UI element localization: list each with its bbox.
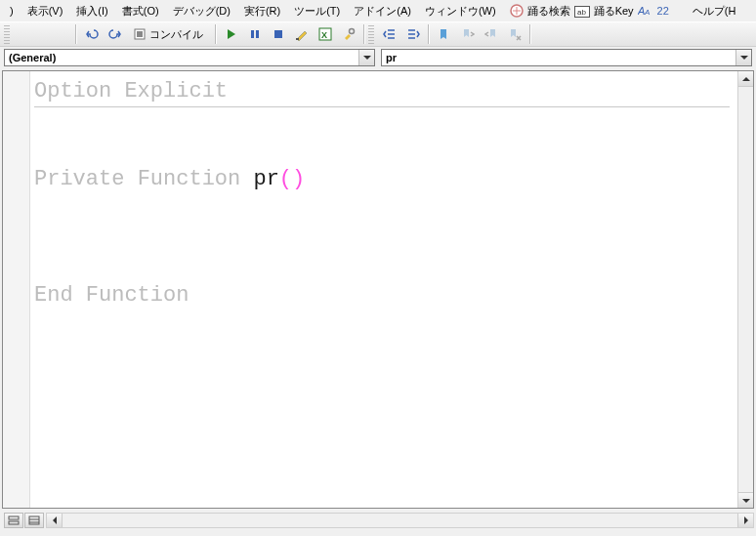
- code-text: Private: [34, 167, 124, 191]
- menu-window[interactable]: ウィンドウ(W): [419, 2, 502, 21]
- code-identifier: pr: [253, 167, 278, 191]
- search-label[interactable]: 踊る検索: [527, 4, 570, 19]
- outdent-button[interactable]: [379, 23, 400, 45]
- compile-label: コンパイル: [147, 27, 206, 42]
- svg-text:A: A: [644, 8, 650, 17]
- font-size-label[interactable]: 22: [657, 5, 669, 17]
- menu-insert[interactable]: 挿入(I): [70, 2, 113, 21]
- pause-button[interactable]: [244, 23, 266, 45]
- undo-button[interactable]: [81, 23, 103, 45]
- svg-rect-9: [274, 30, 282, 38]
- scroll-right-button[interactable]: [737, 514, 753, 527]
- play-button[interactable]: [221, 23, 242, 45]
- scope-value: (General): [9, 52, 56, 63]
- svg-text:X: X: [321, 30, 327, 40]
- svg-rect-16: [29, 516, 39, 524]
- redo-button[interactable]: [105, 23, 126, 45]
- menu-extras: 踊る検索 ab 踊るKey AA 22 ヘルプ(H: [510, 2, 742, 21]
- svg-rect-14: [9, 516, 19, 519]
- scope-dropdown[interactable]: (General): [4, 49, 375, 66]
- scroll-left-button[interactable]: [47, 514, 63, 527]
- tool-button[interactable]: [338, 23, 359, 45]
- svg-rect-6: [137, 31, 143, 37]
- code-text: Function: [138, 167, 241, 191]
- svg-rect-8: [256, 30, 259, 38]
- menu-help[interactable]: ヘルプ(H: [687, 2, 742, 21]
- toolbar-grip-2[interactable]: [368, 24, 374, 44]
- dropdown-arrow-icon[interactable]: [358, 50, 374, 65]
- svg-text:ab: ab: [577, 8, 586, 17]
- excel-button[interactable]: X: [315, 23, 336, 45]
- menu-format[interactable]: 書式(O): [116, 2, 165, 21]
- code-editor: Option Explicit Private Function pr() En…: [2, 70, 754, 509]
- menubar: ) 表示(V) 挿入(I) 書式(O) デバッグ(D) 実行(R) ツール(T)…: [0, 0, 756, 21]
- scroll-down-button[interactable]: [738, 492, 753, 508]
- menu-run[interactable]: 実行(R): [238, 2, 286, 21]
- horizontal-scrollbar[interactable]: [46, 513, 754, 528]
- menu-tools[interactable]: ツール(T): [288, 2, 346, 21]
- key-label[interactable]: 踊るKey: [594, 4, 634, 19]
- dropdown-arrow-icon[interactable]: [735, 50, 751, 65]
- compile-button[interactable]: コンパイル: [128, 23, 211, 45]
- menu-debug[interactable]: デバッグ(D): [167, 2, 236, 21]
- search-sphere-icon[interactable]: [510, 4, 524, 18]
- menu-view[interactable]: 表示(V): [21, 2, 69, 21]
- bottom-bar: [2, 511, 754, 536]
- scroll-up-button[interactable]: [738, 71, 753, 87]
- font-aa-icon[interactable]: AA: [638, 4, 653, 18]
- procedure-view-button[interactable]: [4, 513, 23, 528]
- design-mode-button[interactable]: [291, 23, 313, 45]
- vertical-scrollbar[interactable]: [737, 71, 753, 508]
- svg-rect-7: [251, 30, 254, 38]
- bookmark-toggle-button[interactable]: [434, 23, 455, 45]
- toolbar-grip[interactable]: [4, 24, 10, 44]
- code-text: Option Explicit: [34, 79, 228, 103]
- bookmark-prev-button[interactable]: [481, 23, 502, 45]
- toolbar: コンパイル X: [0, 21, 756, 47]
- indent-button[interactable]: [402, 23, 424, 45]
- scroll-track[interactable]: [738, 87, 753, 492]
- dropdown-row: (General) pr: [0, 47, 756, 68]
- menu-addin[interactable]: アドイン(A): [348, 2, 417, 21]
- bookmark-clear-button[interactable]: [504, 23, 525, 45]
- margin-bar[interactable]: [3, 71, 30, 508]
- bookmark-next-button[interactable]: [457, 23, 479, 45]
- svg-point-13: [350, 29, 355, 34]
- procedure-dropdown[interactable]: pr: [381, 49, 752, 66]
- menu-close-paren: ): [4, 3, 20, 19]
- code-area[interactable]: Option Explicit Private Function pr() En…: [30, 71, 737, 508]
- stop-button[interactable]: [268, 23, 289, 45]
- svg-rect-10: [296, 38, 299, 40]
- code-paren: (): [279, 167, 305, 191]
- procedure-value: pr: [386, 52, 397, 63]
- key-ab-icon[interactable]: ab: [574, 4, 590, 17]
- code-text: End Function: [34, 283, 189, 308]
- full-module-view-button[interactable]: [24, 513, 44, 528]
- svg-rect-15: [9, 521, 19, 524]
